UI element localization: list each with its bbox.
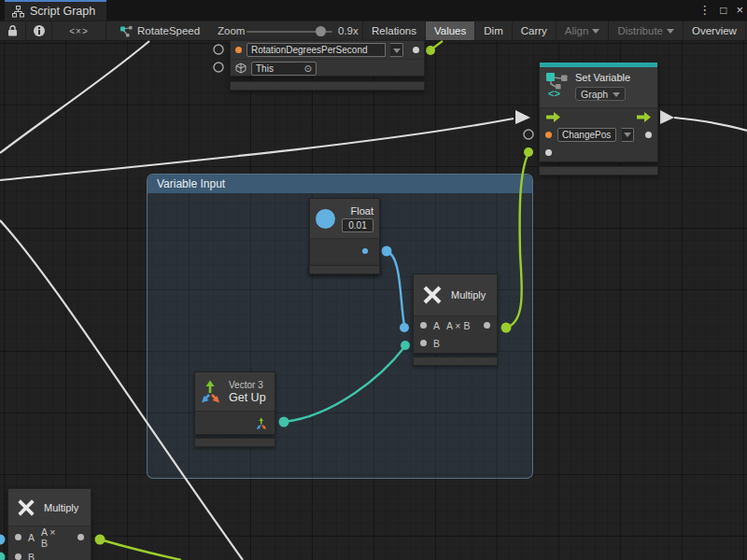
node-title: Multiply	[451, 289, 486, 301]
info-icon	[34, 25, 45, 36]
input-port[interactable]	[545, 149, 552, 156]
carry-button[interactable]: Carry	[512, 21, 556, 40]
vector3-icon	[200, 380, 223, 404]
object-picker-icon[interactable]: ⊙	[304, 63, 312, 74]
output-port[interactable]	[484, 322, 490, 329]
multiply-icon	[16, 497, 36, 518]
variable-port-icon[interactable]	[545, 132, 552, 138]
node-title: Set Variable	[575, 72, 630, 84]
node-title: Float	[351, 205, 374, 217]
group-header[interactable]: Variable Input	[148, 175, 532, 193]
zoom-slider[interactable]	[247, 31, 332, 33]
vector3-output-port[interactable]	[256, 417, 268, 430]
svg-text:<>: <>	[548, 88, 560, 98]
chevron-down-icon	[592, 29, 599, 34]
node-set-variable[interactable]: <> Set Variable Graph	[539, 62, 658, 162]
float-value-field[interactable]: 0.01	[342, 218, 374, 232]
window-menu-icon[interactable]: ⋮	[698, 0, 711, 21]
variable-scope-dropdown[interactable]: Graph	[575, 87, 626, 101]
chevron-down-icon	[393, 49, 401, 53]
multiply-icon	[421, 284, 444, 306]
toolbar-buttons: Relations Values Dim Carry Align Distrib…	[362, 21, 747, 40]
output-port[interactable]	[362, 248, 368, 254]
graph-toolbar: <×> RotateSpeed Zoom 0.9x Relations Valu…	[0, 21, 747, 41]
float-type-icon	[316, 209, 335, 229]
graph-icon	[120, 25, 133, 37]
lock-button[interactable]	[0, 21, 26, 40]
graph-breadcrumb[interactable]: RotateSpeed	[120, 21, 200, 40]
code-icon: <×>	[69, 26, 89, 36]
variable-port-icon[interactable]	[235, 47, 242, 53]
output-port[interactable]	[413, 47, 419, 53]
input-port-a[interactable]	[420, 322, 427, 329]
chevron-down-icon	[667, 29, 674, 34]
zoom-slider-handle[interactable]	[316, 26, 326, 36]
variable-name-field[interactable]: RotationDegreesPerSecond	[247, 43, 386, 57]
lock-icon	[7, 25, 18, 36]
flow-input-arrow[interactable]	[545, 111, 561, 123]
values-button[interactable]: Values	[425, 21, 474, 40]
input-port-a[interactable]	[15, 534, 21, 540]
overview-button[interactable]: Overview	[683, 21, 745, 40]
node-float-literal[interactable]: Float 0.01	[309, 198, 380, 273]
close-icon[interactable]: ×	[736, 0, 743, 21]
zoom-value: 0.9x	[338, 21, 359, 40]
chevron-down-icon	[624, 133, 631, 137]
variable-dropdown[interactable]	[390, 43, 403, 57]
relations-button[interactable]: Relations	[362, 21, 425, 40]
tab-script-graph[interactable]: Script Graph	[5, 0, 106, 21]
maximize-icon[interactable]: □	[720, 0, 726, 21]
variable-dropdown[interactable]	[622, 128, 634, 142]
node-title: Multiply	[44, 502, 78, 513]
output-port[interactable]	[78, 534, 84, 540]
node-footer	[309, 265, 380, 274]
node-footer	[413, 357, 498, 366]
tab-title: Script Graph	[30, 5, 95, 18]
node-multiply[interactable]: Multiply A A × B B	[413, 273, 498, 354]
align-button[interactable]: Align	[556, 21, 609, 40]
distribute-button[interactable]: Distribute	[608, 21, 683, 40]
variable-name-field[interactable]: ChangePos	[557, 128, 616, 142]
script-graph-window: Script Graph ⋮ □ × <×>	[0, 0, 747, 560]
node-title: Get Up	[229, 391, 266, 404]
node-type-label: Vector 3	[229, 380, 263, 390]
target-field[interactable]: This ⊙	[251, 62, 317, 76]
node-footer	[230, 81, 425, 91]
code-preview-button[interactable]: <×>	[52, 21, 106, 40]
script-graph-icon	[12, 6, 24, 18]
gameobject-cube-icon	[235, 63, 247, 74]
flow-output-arrow[interactable]	[636, 111, 652, 123]
set-variable-icon: <>	[545, 72, 570, 98]
dim-button[interactable]: Dim	[474, 21, 511, 40]
window-controls: ⋮ □ ×	[698, 0, 743, 21]
output-port[interactable]	[645, 132, 652, 138]
window-titlebar: Script Graph ⋮ □ ×	[0, 0, 747, 21]
graph-name: RotateSpeed	[137, 25, 200, 36]
info-button[interactable]	[26, 21, 52, 40]
node-footer	[194, 438, 275, 447]
chevron-down-icon	[613, 92, 620, 97]
node-multiply-2[interactable]: Multiply A A × B B	[7, 488, 92, 560]
node-vector3-get-up[interactable]: Vector 3 Get Up	[194, 371, 275, 435]
node-footer	[539, 166, 658, 175]
node-get-variable[interactable]: RotationDegreesPerSecond This ⊙	[230, 40, 425, 77]
input-port-b[interactable]	[15, 553, 21, 560]
input-port-b[interactable]	[420, 340, 427, 346]
zoom-label: Zoom	[218, 21, 245, 40]
group-title: Variable Input	[157, 177, 225, 190]
